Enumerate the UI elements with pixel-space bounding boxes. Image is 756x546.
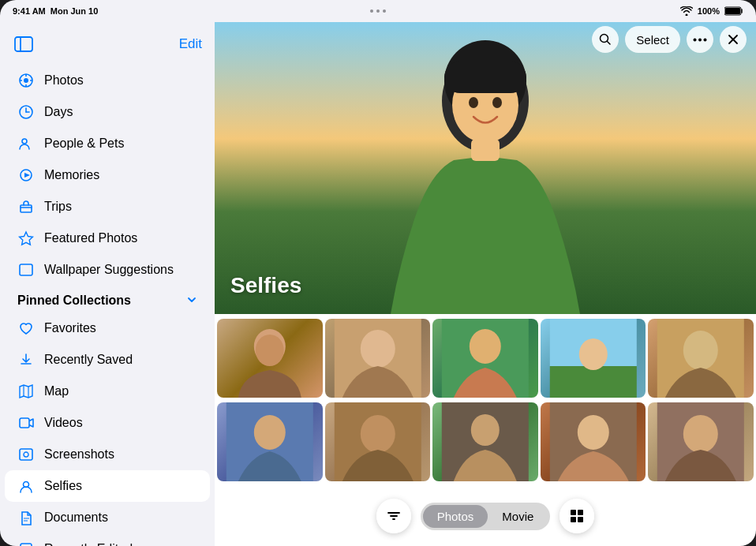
svg-point-52 — [470, 329, 501, 364]
sidebar-item-saved-label: Recently Saved — [44, 353, 133, 367]
grid-view-button[interactable] — [560, 499, 594, 533]
status-bar-left: 9:41 AM Mon Jun 10 — [13, 6, 98, 16]
svg-point-57 — [683, 331, 718, 370]
thumbnails-section: Photos Movie — [215, 314, 756, 546]
thumbnail-5[interactable] — [648, 319, 754, 398]
svg-point-55 — [579, 338, 608, 370]
photos-icon — [17, 72, 35, 89]
sidebar-item-documents[interactable]: Documents — [5, 502, 210, 533]
sidebar-item-map[interactable]: Map — [5, 376, 210, 407]
sidebar-item-photos-label: Photos — [44, 73, 84, 88]
svg-point-45 — [492, 97, 502, 108]
memories-icon — [17, 166, 35, 184]
svg-point-37 — [704, 38, 707, 41]
status-bar-right: 100% — [680, 6, 743, 16]
sidebar-item-screenshots[interactable]: Screenshots — [5, 439, 210, 470]
thumbnail-3[interactable] — [432, 319, 538, 398]
more-icon — [693, 38, 707, 42]
svg-rect-54 — [550, 366, 637, 398]
svg-point-63 — [471, 414, 500, 446]
sidebar-item-trips-label: Trips — [44, 200, 72, 214]
sort-button[interactable] — [376, 499, 411, 533]
svg-point-67 — [683, 415, 718, 453]
sidebar-item-videos[interactable]: Videos — [5, 407, 210, 439]
thumbnail-9[interactable] — [541, 402, 646, 481]
svg-line-34 — [608, 42, 611, 45]
close-button[interactable] — [720, 26, 747, 53]
thumbnail-6[interactable] — [217, 402, 323, 481]
sidebar-item-favorites-label: Favorites — [44, 321, 96, 335]
svg-point-48 — [256, 335, 284, 366]
sidebar-toggle-icon[interactable] — [13, 33, 35, 55]
svg-point-24 — [24, 452, 28, 457]
select-button[interactable]: Select — [625, 26, 680, 53]
svg-point-61 — [360, 415, 395, 453]
svg-rect-73 — [571, 517, 576, 522]
thumbnail-2[interactable] — [325, 319, 431, 398]
sidebar-item-photos[interactable]: Photos — [5, 65, 210, 96]
sidebar-item-people-pets[interactable]: People & Pets — [5, 128, 210, 159]
svg-rect-46 — [471, 139, 500, 161]
status-time: 9:41 AM — [13, 6, 46, 16]
content-topbar: Select — [215, 22, 756, 57]
hero-figure-wrap — [215, 22, 756, 314]
svg-point-59 — [254, 415, 286, 450]
thumbnails-row-2 — [217, 400, 754, 484]
svg-rect-72 — [578, 510, 583, 515]
svg-marker-15 — [24, 173, 30, 178]
dot2 — [376, 9, 380, 13]
sidebar-item-wallpaper[interactable]: Wallpaper Suggestions — [5, 254, 210, 286]
photos-toggle-btn[interactable]: Photos — [423, 505, 488, 528]
svg-rect-2 — [15, 37, 32, 51]
sort-icon — [385, 507, 402, 525]
thumbnail-1[interactable] — [217, 319, 323, 398]
sidebar-item-recently-saved[interactable]: Recently Saved — [5, 344, 210, 376]
more-button[interactable] — [687, 26, 713, 53]
dot1 — [370, 9, 373, 13]
sidebar-header: Edit — [0, 22, 215, 62]
sidebar-item-memories-label: Memories — [44, 168, 99, 182]
sidebar-item-wallpaper-label: Wallpaper Suggestions — [44, 263, 174, 277]
thumbnails-row-1 — [217, 316, 754, 400]
thumbnail-10[interactable] — [648, 402, 754, 481]
sidebar-item-favorites[interactable]: Favorites — [5, 312, 210, 344]
days-icon — [17, 103, 35, 121]
svg-rect-23 — [20, 449, 32, 460]
sidebar-item-edited-label: Recently Edited — [44, 542, 133, 546]
sidebar-item-selfies[interactable]: Selfies — [5, 470, 210, 502]
svg-rect-71 — [571, 510, 576, 515]
search-button[interactable] — [592, 26, 619, 53]
bottom-controls: Photos Movie — [215, 499, 756, 533]
sidebar-item-trips[interactable]: Trips — [5, 191, 210, 223]
svg-point-65 — [578, 415, 609, 450]
saved-icon — [17, 351, 35, 368]
thumbnail-8[interactable] — [432, 402, 538, 481]
view-toggle-group: Photos Movie — [421, 503, 551, 530]
sidebar-item-screenshots-label: Screenshots — [44, 447, 114, 462]
svg-rect-22 — [20, 418, 29, 428]
sidebar-item-featured[interactable]: Featured Photos — [5, 223, 210, 254]
movie-toggle-btn[interactable]: Movie — [488, 505, 548, 528]
svg-rect-74 — [578, 517, 583, 522]
sidebar-item-days-label: Days — [44, 105, 73, 119]
thumbnail-4[interactable] — [541, 319, 646, 398]
svg-point-50 — [360, 330, 395, 368]
sidebar-item-memories[interactable]: Memories — [5, 159, 210, 191]
hero-person-figure — [351, 38, 619, 314]
hero-title: Selfies — [230, 273, 301, 298]
main-layout: Edit Photos Days — [0, 22, 756, 546]
hero-image: Selfies — [215, 22, 756, 314]
sidebar-item-days[interactable]: Days — [5, 96, 210, 128]
featured-icon — [17, 230, 35, 247]
docs-icon — [17, 509, 35, 526]
dot3 — [383, 9, 386, 13]
wifi-icon — [680, 6, 693, 16]
selfies-icon — [17, 477, 35, 495]
sidebar-item-recently-edited[interactable]: Recently Edited — [5, 533, 210, 546]
videos-icon — [17, 414, 35, 432]
sidebar-item-videos-label: Videos — [44, 416, 83, 430]
thumbnail-7[interactable] — [325, 402, 431, 481]
close-icon — [728, 34, 739, 45]
sidebar-edit-button[interactable]: Edit — [179, 36, 202, 52]
pinned-collections-header[interactable]: Pinned Collections — [0, 286, 215, 312]
